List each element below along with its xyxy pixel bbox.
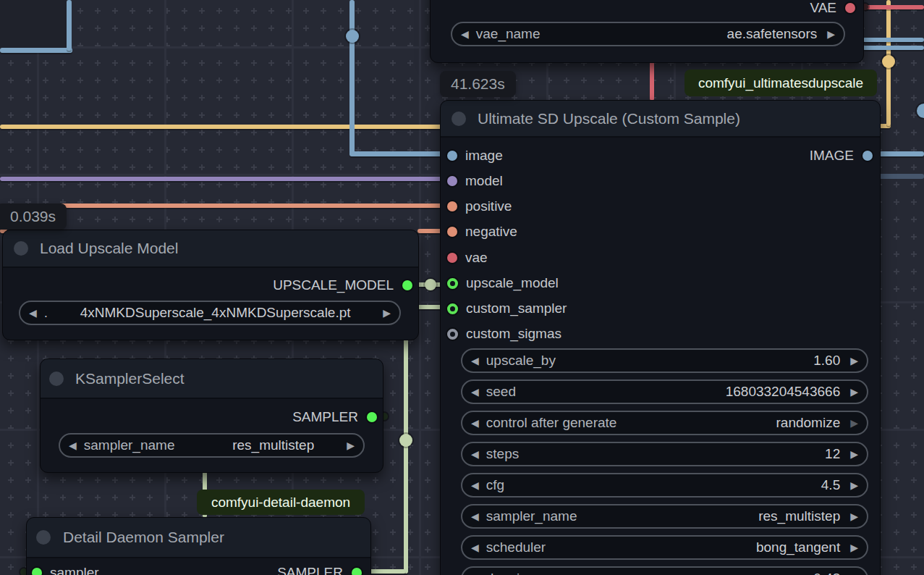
- right-arrow-icon[interactable]: ▶: [347, 440, 355, 451]
- left-arrow-icon[interactable]: ◀: [471, 417, 479, 429]
- vae-name-value[interactable]: ae.safetensors: [727, 26, 818, 42]
- widget-value[interactable]: res_multistep: [232, 437, 314, 453]
- collapse-dot[interactable]: [49, 372, 64, 386]
- upscale-model-output-row: UPSCALE_MODEL: [10, 273, 412, 298]
- input-label-custom-sigmas: custom_sigmas: [466, 326, 561, 342]
- ultimate-node-header[interactable]: Ultimate SD Upscale (Custom Sample): [441, 101, 880, 138]
- upscale-model-widget[interactable]: ◀ . 4xNMKDSuperscale_4xNMKDSuperscale.pt…: [19, 301, 401, 325]
- collapse-dot[interactable]: [14, 241, 28, 256]
- input-label-model: model: [465, 173, 503, 189]
- collapse-dot[interactable]: [452, 112, 466, 126]
- widget-value[interactable]: 1.60: [813, 353, 840, 369]
- detail-sampler-output-socket[interactable]: [352, 568, 362, 575]
- detail-sampler-row: sampler SAMPLER: [32, 561, 362, 575]
- left-arrow-icon[interactable]: ◀: [471, 479, 479, 491]
- right-arrow-icon[interactable]: ▶: [827, 28, 835, 40]
- vae-output-label: VAE: [810, 0, 836, 16]
- collapse-dot[interactable]: [36, 530, 51, 545]
- node-ksampler-select[interactable]: KSamplerSelect SAMPLER ◀ sampler_name re…: [40, 358, 383, 473]
- ultimate-node-title: Ultimate SD Upscale (Custom Sample): [478, 110, 740, 127]
- right-arrow-icon[interactable]: ▶: [850, 355, 858, 366]
- left-arrow-icon[interactable]: ◀: [471, 355, 479, 366]
- widget-value[interactable]: 4.5: [821, 477, 840, 493]
- node-graph-canvas[interactable]: VAE ◀ vae_name ae.safetensors ▶ Ultimate…: [0, 0, 924, 575]
- input-socket-positive[interactable]: [447, 201, 457, 211]
- load-upscale-header[interactable]: Load Upscale Model: [3, 230, 418, 268]
- input-socket-custom-sampler[interactable]: [447, 303, 458, 314]
- sampler-output-row: SAMPLER: [48, 405, 377, 429]
- widget-seed[interactable]: ◀ seed 168033204543666 ▶: [461, 379, 868, 404]
- reroute-dot-image[interactable]: [346, 30, 359, 43]
- vae-output-socket[interactable]: [845, 3, 855, 13]
- upscale-pack-text: comfyui_ultimatesdupscale: [698, 75, 863, 91]
- sampler-name-widget[interactable]: ◀ sampler_name res_multistep ▶: [59, 433, 365, 458]
- right-arrow-icon[interactable]: ▶: [850, 479, 858, 491]
- input-socket-upscale-model[interactable]: [447, 278, 458, 289]
- reroute-dot-edge[interactable]: [917, 104, 924, 118]
- node-ultimate-sd-upscale[interactable]: Ultimate SD Upscale (Custom Sample) imag…: [440, 100, 881, 575]
- upscale-model-value[interactable]: 4xNMKDSuperscale_4xNMKDSuperscale.pt: [80, 305, 351, 321]
- load-upscale-title: Load Upscale Model: [40, 240, 178, 257]
- right-arrow-icon[interactable]: ▶: [850, 542, 858, 553]
- wire-blue-topleft-horizontal: [0, 48, 72, 53]
- node-detail-daemon-sampler[interactable]: Detail Daemon Sampler sampler SAMPLER: [26, 517, 371, 575]
- widget-value[interactable]: 168033204543666: [726, 384, 841, 400]
- widget-value[interactable]: res_multistep: [758, 508, 840, 524]
- left-arrow-icon[interactable]: ◀: [471, 448, 479, 460]
- widget-label: control after generate: [486, 415, 617, 431]
- input-socket-image[interactable]: [447, 151, 457, 161]
- widget-sampler-name[interactable]: ◀ sampler_name res_multistep ▶: [461, 504, 868, 529]
- input-label-negative: negative: [465, 224, 517, 240]
- input-socket-model[interactable]: [447, 176, 457, 186]
- upscale-model-output-socket[interactable]: [402, 280, 412, 290]
- widget-steps[interactable]: ◀ steps 12 ▶: [461, 442, 868, 466]
- right-arrow-icon[interactable]: ▶: [850, 386, 858, 398]
- row-custom-sigmas: custom_sigmas: [447, 322, 561, 346]
- widget-value[interactable]: bong_tangent: [756, 540, 840, 555]
- badge-daemon-pack: comfyui-detail-daemon: [197, 490, 365, 515]
- wire-sampler-bottom: [365, 569, 406, 574]
- widget-value[interactable]: 0.48: [813, 571, 840, 575]
- input-socket-vae[interactable]: [447, 253, 457, 263]
- left-arrow-icon[interactable]: ◀: [471, 386, 479, 398]
- left-arrow-icon[interactable]: ◀: [471, 511, 479, 522]
- row-vae: vae: [447, 245, 488, 270]
- widget-denoise[interactable]: ◀ denoise 0.48 ▶: [461, 566, 868, 575]
- detail-daemon-title: Detail Daemon Sampler: [63, 529, 224, 546]
- row-image: image IMAGE: [447, 143, 873, 168]
- widget-scheduler[interactable]: ◀ scheduler bong_tangent ▶: [461, 535, 868, 560]
- widget-label: denoise: [486, 571, 535, 575]
- ksampler-title: KSamplerSelect: [75, 370, 185, 387]
- input-socket-negative[interactable]: [447, 227, 457, 237]
- detail-daemon-header[interactable]: Detail Daemon Sampler: [27, 518, 370, 558]
- detail-sampler-input-socket[interactable]: [32, 568, 42, 575]
- reroute-dot-upscale-model[interactable]: [425, 279, 436, 290]
- widget-upscale-by[interactable]: ◀ upscale_by 1.60 ▶: [461, 348, 868, 373]
- row-upscale-model: upscale_model: [447, 271, 559, 295]
- widget-value[interactable]: 12: [825, 446, 840, 462]
- input-socket-custom-sigmas[interactable]: [447, 329, 458, 340]
- ksampler-header[interactable]: KSamplerSelect: [41, 359, 383, 399]
- widget-value[interactable]: randomize: [776, 415, 841, 431]
- node-load-upscale-model[interactable]: Load Upscale Model UPSCALE_MODEL ◀ . 4xN…: [2, 230, 419, 340]
- left-arrow-icon[interactable]: ◀: [461, 28, 469, 40]
- sampler-output-socket[interactable]: [367, 412, 377, 422]
- right-arrow-icon[interactable]: ▶: [850, 511, 858, 522]
- widget-cfg[interactable]: ◀ cfg 4.5 ▶: [461, 473, 868, 498]
- right-arrow-icon[interactable]: ▶: [850, 417, 858, 429]
- left-arrow-icon[interactable]: ◀: [471, 542, 479, 553]
- vae-name-widget[interactable]: ◀ vae_name ae.safetensors ▶: [451, 22, 845, 46]
- right-arrow-icon[interactable]: ▶: [383, 307, 391, 319]
- left-arrow-icon[interactable]: ◀: [69, 440, 77, 451]
- reroute-dot-yellow[interactable]: [882, 55, 895, 68]
- output-socket-image[interactable]: [862, 151, 873, 161]
- widget-control-after-generate[interactable]: ◀ control after generate randomize ▶: [461, 411, 868, 435]
- right-arrow-icon[interactable]: ▶: [850, 448, 858, 460]
- upscale-model-output-label: UPSCALE_MODEL: [273, 277, 394, 293]
- left-arrow-icon[interactable]: ◀: [29, 307, 37, 319]
- row-model: model: [447, 169, 503, 193]
- wire-blue-double-1: [862, 38, 924, 42]
- node-vae-loader[interactable]: VAE ◀ vae_name ae.safetensors ▶: [430, 0, 864, 63]
- wire-dim-blue: [879, 174, 924, 179]
- reroute-dot-sampler[interactable]: [399, 434, 412, 447]
